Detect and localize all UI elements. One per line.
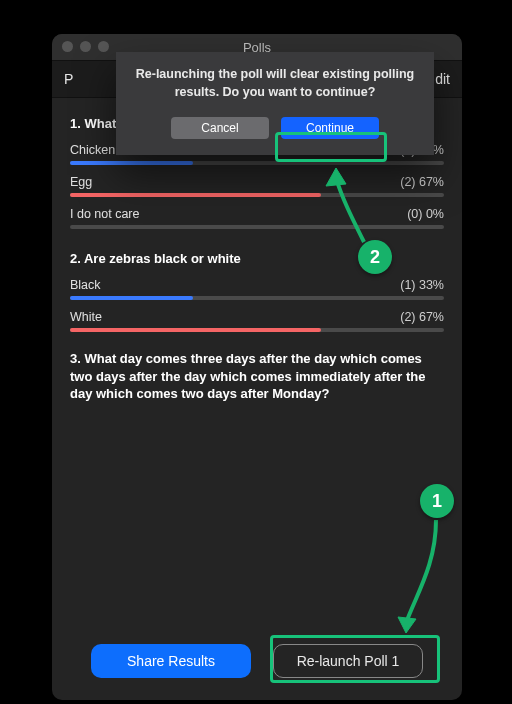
header-left-truncated: P xyxy=(64,71,73,87)
q1-option-egg: Egg(2) 67% xyxy=(70,175,444,197)
option-label: Chicken xyxy=(70,143,115,157)
q1-option-dontcare: I do not care(0) 0% xyxy=(70,207,444,229)
option-label: White xyxy=(70,310,102,324)
svg-marker-1 xyxy=(326,168,346,186)
q2-option-black: Black(1) 33% xyxy=(70,278,444,300)
relaunch-poll-button[interactable]: Re-launch Poll 1 xyxy=(273,644,423,678)
minimize-icon[interactable] xyxy=(80,41,91,52)
dialog-message: Re-launching the poll will clear existin… xyxy=(134,66,416,101)
option-stat: (2) 67% xyxy=(400,175,444,189)
option-stat: (0) 0% xyxy=(407,207,444,221)
footer-buttons: Share Results Re-launch Poll 1 xyxy=(52,626,462,700)
option-label: Black xyxy=(70,278,101,292)
progress-track xyxy=(70,296,444,300)
zoom-icon[interactable] xyxy=(98,41,109,52)
window-controls[interactable] xyxy=(62,41,109,52)
option-label: I do not care xyxy=(70,207,140,221)
close-icon[interactable] xyxy=(62,41,73,52)
question-3-title: 3. What day comes three days after the d… xyxy=(70,350,444,403)
annotation-step-2: 2 xyxy=(358,240,392,274)
progress-track xyxy=(70,193,444,197)
option-label: Egg xyxy=(70,175,92,189)
share-results-button[interactable]: Share Results xyxy=(91,644,251,678)
relaunch-confirm-dialog: Re-launching the poll will clear existin… xyxy=(116,52,434,155)
option-stat: (1) 33% xyxy=(400,278,444,292)
annotation-step-1: 1 xyxy=(420,484,454,518)
annotation-arrow-1 xyxy=(396,515,446,635)
progress-track xyxy=(70,225,444,229)
progress-track xyxy=(70,161,444,165)
option-stat: (2) 67% xyxy=(400,310,444,324)
header-right-truncated[interactable]: dit xyxy=(435,71,450,87)
q2-option-white: White(2) 67% xyxy=(70,310,444,332)
progress-track xyxy=(70,328,444,332)
annotation-arrow-2 xyxy=(322,168,372,248)
cancel-button[interactable]: Cancel xyxy=(171,117,269,139)
continue-button[interactable]: Continue xyxy=(281,117,379,139)
svg-marker-0 xyxy=(398,617,416,633)
